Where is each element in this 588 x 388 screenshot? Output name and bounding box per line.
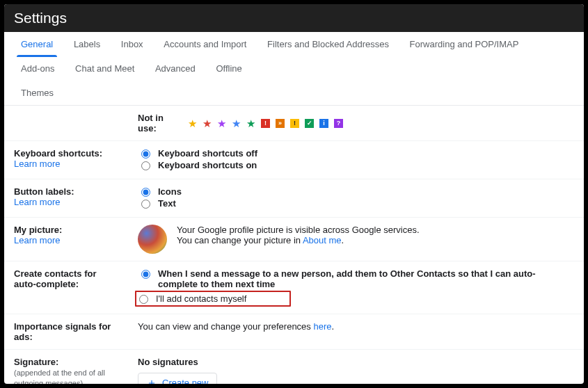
highlight-box: I'll add contacts myself xyxy=(135,291,291,307)
button-labels-icons-label[interactable]: Icons xyxy=(158,186,182,197)
keyboard-shortcuts-on-radio[interactable] xyxy=(141,161,150,170)
tab-chat[interactable]: Chat and Meet xyxy=(68,56,141,81)
button-labels-icons-radio[interactable] xyxy=(141,188,150,197)
about-me-link[interactable]: About me xyxy=(303,235,342,245)
auto-add-contacts-radio[interactable] xyxy=(141,270,150,279)
star-icon-3[interactable]: ★ xyxy=(232,118,241,129)
row-keyboard-shortcuts: Keyboard shortcuts: Learn more Keyboard … xyxy=(4,141,584,179)
star-set: ★★★★★!»!✓i? xyxy=(188,118,343,129)
row-ads: Importance signals for ads: You can view… xyxy=(4,314,584,350)
keyboard-shortcuts-title: Keyboard shortcuts: xyxy=(14,148,102,159)
ads-title: Importance signals for ads: xyxy=(14,321,111,342)
ads-here-link[interactable]: here xyxy=(313,321,331,332)
star-icon-0[interactable]: ★ xyxy=(188,118,197,129)
tab-filters[interactable]: Filters and Blocked Addresses xyxy=(260,32,396,56)
button-labels-title: Button labels: xyxy=(14,186,74,197)
tabs-bar: General Labels Inbox Accounts and Import… xyxy=(4,32,584,106)
star-icon-7[interactable]: ! xyxy=(290,119,299,128)
tab-advanced[interactable]: Advanced xyxy=(148,56,202,81)
create-new-button[interactable]: Create new xyxy=(138,373,217,384)
row-stars: Not in use: ★★★★★!»!✓i? xyxy=(4,106,584,141)
tab-forwarding[interactable]: Forwarding and POP/IMAP xyxy=(403,32,526,56)
app-window: Settings General Labels Inbox Accounts a… xyxy=(4,4,584,384)
row-button-labels: Button labels: Learn more Icons Text xyxy=(4,179,584,218)
picture-line1: Your Google profile picture is visible a… xyxy=(177,225,420,235)
auto-complete-title: Create contacts for auto-complete: xyxy=(14,268,96,289)
signature-sub: (appended at the end of all outgoing mes… xyxy=(14,369,105,384)
star-icon-5[interactable]: ! xyxy=(261,119,270,128)
tab-offline[interactable]: Offline xyxy=(209,56,248,81)
ads-text: You can view and change your preferences xyxy=(138,321,313,332)
tab-general[interactable]: General xyxy=(14,32,60,56)
tab-inbox[interactable]: Inbox xyxy=(114,32,150,56)
keyboard-shortcuts-off-radio[interactable] xyxy=(141,149,150,159)
tab-labels[interactable]: Labels xyxy=(67,32,107,56)
my-picture-learn-more-link[interactable]: Learn more xyxy=(14,235,60,245)
star-icon-9[interactable]: i xyxy=(319,119,328,128)
button-labels-text-label[interactable]: Text xyxy=(158,198,176,209)
page-title: Settings xyxy=(4,4,584,32)
no-signatures-text: No signatures xyxy=(138,357,574,367)
avatar[interactable] xyxy=(138,225,167,254)
add-contacts-myself-label[interactable]: I'll add contacts myself xyxy=(156,293,246,304)
settings-content: Not in use: ★★★★★!»!✓i? Keyboard shortcu… xyxy=(4,106,584,384)
button-labels-text-radio[interactable] xyxy=(141,200,150,209)
keyboard-shortcuts-on-label[interactable]: Keyboard shortcuts on xyxy=(158,160,257,170)
stars-not-in-use-label: Not in use: xyxy=(138,113,180,134)
my-picture-title: My picture: xyxy=(14,225,62,235)
row-signature: Signature: (appended at the end of all o… xyxy=(4,350,584,385)
picture-line2a: You can change your picture in xyxy=(177,235,303,245)
star-icon-1[interactable]: ★ xyxy=(202,118,212,129)
button-labels-learn-more-link[interactable]: Learn more xyxy=(14,197,60,207)
plus-icon xyxy=(147,378,157,385)
tab-accounts[interactable]: Accounts and Import xyxy=(157,32,253,56)
signature-title: Signature: xyxy=(14,357,58,367)
auto-add-contacts-label[interactable]: When I send a message to a new person, a… xyxy=(158,268,574,289)
tab-themes[interactable]: Themes xyxy=(14,81,61,105)
star-icon-10[interactable]: ? xyxy=(334,119,343,128)
star-icon-8[interactable]: ✓ xyxy=(305,119,314,128)
tab-addons[interactable]: Add-ons xyxy=(14,56,61,81)
keyboard-learn-more-link[interactable]: Learn more xyxy=(14,159,60,169)
picture-line2b: . xyxy=(342,235,344,245)
app-frame: Settings General Labels Inbox Accounts a… xyxy=(0,0,588,388)
row-auto-complete: Create contacts for auto-complete: When … xyxy=(4,261,584,314)
add-contacts-myself-radio[interactable] xyxy=(139,295,148,304)
star-icon-4[interactable]: ★ xyxy=(246,118,255,129)
star-icon-6[interactable]: » xyxy=(276,119,285,128)
keyboard-shortcuts-off-label[interactable]: Keyboard shortcuts off xyxy=(158,148,257,159)
row-my-picture: My picture: Learn more Your Google profi… xyxy=(4,218,584,261)
star-icon-2[interactable]: ★ xyxy=(217,118,226,129)
